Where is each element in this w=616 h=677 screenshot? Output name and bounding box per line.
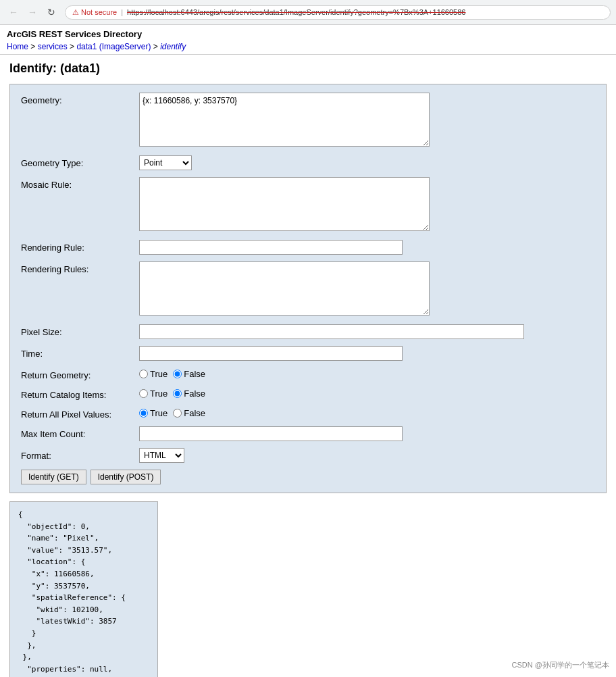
- page-header: ArcGIS REST Services Directory Home > se…: [0, 25, 616, 55]
- pixel-size-row: Pixel Size:: [21, 324, 595, 339]
- return-catalog-items-control: True False: [139, 387, 595, 399]
- time-input[interactable]: [139, 346, 403, 361]
- geometry-type-select[interactable]: Point Multipoint Polyline Polygon Envelo…: [139, 155, 192, 170]
- address-bar[interactable]: ⚠ Not secure | https://localhost:6443/ar…: [65, 5, 611, 20]
- geometry-type-control: Point Multipoint Polyline Polygon Envelo…: [139, 155, 595, 170]
- identify-post-button[interactable]: Identify (POST): [91, 470, 161, 484]
- geometry-row: Geometry: {x: 11660586, y: 3537570}: [21, 93, 595, 149]
- return-geometry-true-label[interactable]: True: [139, 369, 168, 379]
- return-catalog-items-true-label[interactable]: True: [139, 388, 168, 399]
- app-title: ArcGIS REST Services Directory: [7, 29, 609, 39]
- forward-button[interactable]: →: [24, 4, 41, 20]
- geometry-input[interactable]: {x: 11660586, y: 3537570}: [139, 93, 430, 147]
- max-item-count-row: Max Item Count:: [21, 426, 595, 441]
- return-catalog-items-true-radio[interactable]: [139, 389, 148, 398]
- watermark: CSDN @孙同学的一个笔记本: [512, 660, 609, 670]
- breadcrumb-data1[interactable]: data1 (ImageServer): [76, 42, 151, 51]
- breadcrumb: Home > services > data1 (ImageServer) > …: [7, 42, 609, 51]
- browser-bar: ← → ↻ ⚠ Not secure | https://localhost:6…: [0, 0, 616, 25]
- rendering-rules-row: Rendering Rules:: [21, 261, 595, 318]
- return-catalog-items-label: Return Catalog Items:: [21, 387, 139, 400]
- geometry-type-label: Geometry Type:: [21, 155, 139, 168]
- rendering-rule-label: Rendering Rule:: [21, 240, 139, 253]
- return-all-pixel-values-control: True False: [139, 407, 595, 418]
- identify-get-button[interactable]: Identify (GET): [21, 470, 86, 484]
- geometry-control: {x: 11660586, y: 3537570}: [139, 93, 595, 149]
- mosaic-rule-row: Mosaic Rule:: [21, 177, 595, 233]
- return-all-pixel-values-true-radio[interactable]: [139, 409, 148, 418]
- rendering-rule-row: Rendering Rule:: [21, 240, 595, 255]
- pixel-size-input[interactable]: [139, 324, 524, 339]
- return-geometry-label: Return Geometry:: [21, 368, 139, 380]
- time-label: Time:: [21, 346, 139, 359]
- page-title: Identify: (data1): [9, 61, 607, 76]
- back-button[interactable]: ←: [5, 4, 22, 20]
- return-geometry-radio-group: True False: [139, 368, 595, 379]
- return-catalog-items-row: Return Catalog Items: True False: [21, 387, 595, 400]
- url-separator: |: [121, 8, 123, 16]
- button-row: Identify (GET) Identify (POST): [21, 470, 595, 484]
- return-geometry-true-radio[interactable]: [139, 370, 148, 378]
- rendering-rule-control: [139, 240, 595, 255]
- result-panel: { "objectId": 0, "name": "Pixel", "value…: [9, 501, 158, 677]
- reload-button[interactable]: ↻: [43, 4, 59, 20]
- time-row: Time:: [21, 346, 595, 361]
- return-geometry-false-radio[interactable]: [173, 370, 182, 378]
- format-control: HTML JSON PJSON: [139, 448, 595, 463]
- return-geometry-false-label[interactable]: False: [173, 369, 205, 379]
- geometry-label: Geometry:: [21, 93, 139, 105]
- rendering-rule-input[interactable]: [139, 240, 403, 255]
- return-all-pixel-values-row: Return All Pixel Values: True False: [21, 407, 595, 420]
- rendering-rules-input[interactable]: [139, 261, 430, 316]
- mosaic-rule-control: [139, 177, 595, 233]
- form-panel: Geometry: {x: 11660586, y: 3537570} Geom…: [9, 84, 607, 493]
- return-all-pixel-values-true-label[interactable]: True: [139, 408, 168, 418]
- nav-buttons: ← → ↻: [5, 4, 59, 20]
- url-strikethrough: https://localhost:6443/arcgis/rest/servi…: [127, 8, 465, 16]
- rendering-rules-control: [139, 261, 595, 318]
- return-catalog-items-false-radio[interactable]: [173, 389, 182, 398]
- return-all-pixel-values-false-label[interactable]: False: [173, 408, 205, 418]
- return-catalog-items-false-label[interactable]: False: [173, 388, 205, 399]
- format-label: Format:: [21, 448, 139, 461]
- return-catalog-items-radio-group: True False: [139, 387, 595, 399]
- return-geometry-row: Return Geometry: True False: [21, 368, 595, 380]
- geometry-type-row: Geometry Type: Point Multipoint Polyline…: [21, 155, 595, 170]
- format-row: Format: HTML JSON PJSON: [21, 448, 595, 463]
- rendering-rules-label: Rendering Rules:: [21, 261, 139, 274]
- time-control: [139, 346, 595, 361]
- breadcrumb-services[interactable]: services: [38, 42, 68, 51]
- security-warning: ⚠ Not secure: [72, 8, 117, 17]
- mosaic-rule-label: Mosaic Rule:: [21, 177, 139, 190]
- max-item-count-label: Max Item Count:: [21, 426, 139, 439]
- breadcrumb-home[interactable]: Home: [7, 42, 28, 51]
- warning-icon: ⚠: [72, 8, 79, 17]
- pixel-size-control: [139, 324, 595, 339]
- breadcrumb-current: identify: [160, 42, 186, 51]
- result-json: { "objectId": 0, "name": "Pixel", "value…: [18, 509, 149, 677]
- mosaic-rule-input[interactable]: [139, 177, 430, 231]
- return-all-pixel-values-radio-group: True False: [139, 407, 595, 418]
- format-select[interactable]: HTML JSON PJSON: [139, 448, 184, 463]
- main-content: Identify: (data1) Geometry: {x: 11660586…: [0, 55, 616, 677]
- return-all-pixel-values-label: Return All Pixel Values:: [21, 407, 139, 420]
- pixel-size-label: Pixel Size:: [21, 324, 139, 337]
- return-geometry-control: True False: [139, 368, 595, 379]
- return-all-pixel-values-false-radio[interactable]: [173, 409, 182, 418]
- max-item-count-control: [139, 426, 595, 441]
- max-item-count-input[interactable]: [139, 426, 403, 441]
